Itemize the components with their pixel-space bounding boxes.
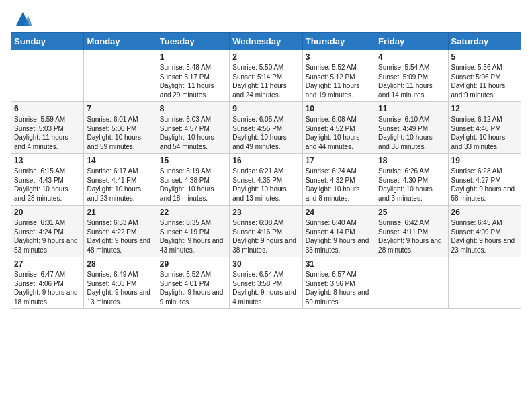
day-info: Sunrise: 6:35 AM Sunset: 4:19 PM Dayligh…: [160, 218, 226, 255]
day-info: Sunrise: 6:54 AM Sunset: 3:58 PM Dayligh…: [232, 270, 299, 306]
week-row-1: 1Sunrise: 5:48 AM Sunset: 5:17 PM Daylig…: [11, 50, 521, 102]
calendar-cell: 5Sunrise: 5:56 AM Sunset: 5:06 PM Daylig…: [448, 50, 521, 102]
calendar-cell: 13Sunrise: 6:15 AM Sunset: 4:43 PM Dayli…: [11, 154, 84, 205]
calendar-cell: 12Sunrise: 6:12 AM Sunset: 4:46 PM Dayli…: [448, 102, 521, 154]
day-info: Sunrise: 5:50 AM Sunset: 5:14 PM Dayligh…: [232, 63, 299, 99]
calendar-cell: 8Sunrise: 6:03 AM Sunset: 4:57 PM Daylig…: [157, 102, 229, 154]
logo-icon: [13, 9, 32, 28]
day-number: 24: [306, 208, 372, 217]
calendar-cell: 16Sunrise: 6:21 AM Sunset: 4:35 PM Dayli…: [230, 154, 302, 205]
day-number: 1: [160, 52, 226, 62]
day-number: 31: [306, 259, 372, 269]
calendar-cell: 15Sunrise: 6:19 AM Sunset: 4:38 PM Dayli…: [157, 154, 229, 205]
day-number: 11: [378, 104, 445, 113]
day-number: 21: [87, 208, 153, 217]
page: SundayMondayTuesdayWednesdayThursdayFrid…: [0, 0, 532, 411]
calendar-cell: 3Sunrise: 5:52 AM Sunset: 5:12 PM Daylig…: [302, 50, 375, 102]
day-info: Sunrise: 6:15 AM Sunset: 4:43 PM Dayligh…: [14, 167, 81, 203]
day-info: Sunrise: 6:17 AM Sunset: 4:41 PM Dayligh…: [87, 167, 153, 203]
calendar-cell: [84, 50, 157, 102]
calendar-cell: 11Sunrise: 6:10 AM Sunset: 4:49 PM Dayli…: [375, 102, 448, 154]
calendar-cell: 31Sunrise: 6:57 AM Sunset: 3:56 PM Dayli…: [302, 257, 375, 309]
calendar-cell: 29Sunrise: 6:52 AM Sunset: 4:01 PM Dayli…: [157, 257, 229, 309]
day-number: 22: [160, 208, 226, 217]
calendar-cell: 4Sunrise: 5:54 AM Sunset: 5:09 PM Daylig…: [375, 50, 448, 102]
day-info: Sunrise: 6:10 AM Sunset: 4:49 PM Dayligh…: [378, 115, 445, 151]
logo: [11, 9, 32, 28]
day-number: 5: [451, 52, 518, 62]
day-number: 20: [14, 208, 81, 217]
calendar-table: SundayMondayTuesdayWednesdayThursdayFrid…: [11, 32, 521, 309]
calendar-cell: [448, 257, 521, 309]
calendar-cell: 9Sunrise: 6:05 AM Sunset: 4:55 PM Daylig…: [230, 102, 302, 154]
day-number: 17: [306, 156, 372, 165]
calendar-cell: 10Sunrise: 6:08 AM Sunset: 4:52 PM Dayli…: [302, 102, 375, 154]
day-info: Sunrise: 6:24 AM Sunset: 4:32 PM Dayligh…: [306, 167, 372, 203]
calendar-cell: 1Sunrise: 5:48 AM Sunset: 5:17 PM Daylig…: [157, 50, 229, 102]
day-number: 27: [14, 259, 81, 269]
calendar-cell: 23Sunrise: 6:38 AM Sunset: 4:16 PM Dayli…: [230, 205, 302, 257]
header: [11, 7, 521, 28]
weekday-header-monday: Monday: [84, 33, 157, 50]
calendar-cell: 26Sunrise: 6:45 AM Sunset: 4:09 PM Dayli…: [448, 205, 521, 257]
day-number: 13: [14, 156, 81, 165]
day-info: Sunrise: 6:01 AM Sunset: 5:00 PM Dayligh…: [87, 115, 153, 151]
day-info: Sunrise: 6:28 AM Sunset: 4:27 PM Dayligh…: [451, 167, 518, 203]
day-info: Sunrise: 5:54 AM Sunset: 5:09 PM Dayligh…: [378, 63, 445, 99]
calendar-cell: 24Sunrise: 6:40 AM Sunset: 4:14 PM Dayli…: [302, 205, 375, 257]
day-number: 16: [232, 156, 299, 165]
week-row-2: 6Sunrise: 5:59 AM Sunset: 5:03 PM Daylig…: [11, 102, 521, 154]
day-info: Sunrise: 6:26 AM Sunset: 4:30 PM Dayligh…: [378, 167, 445, 203]
calendar-cell: 27Sunrise: 6:47 AM Sunset: 4:06 PM Dayli…: [11, 257, 84, 309]
calendar-cell: 14Sunrise: 6:17 AM Sunset: 4:41 PM Dayli…: [84, 154, 157, 205]
day-number: 15: [160, 156, 226, 165]
day-number: 30: [232, 259, 299, 269]
day-number: 26: [451, 208, 518, 217]
calendar-cell: 28Sunrise: 6:49 AM Sunset: 4:03 PM Dayli…: [84, 257, 157, 309]
day-number: 7: [87, 104, 153, 113]
day-info: Sunrise: 6:42 AM Sunset: 4:11 PM Dayligh…: [378, 218, 445, 255]
calendar-cell: 6Sunrise: 5:59 AM Sunset: 5:03 PM Daylig…: [11, 102, 84, 154]
day-number: 19: [451, 156, 518, 165]
day-number: 12: [451, 104, 518, 113]
day-number: 18: [378, 156, 445, 165]
day-number: 25: [378, 208, 445, 217]
day-info: Sunrise: 5:59 AM Sunset: 5:03 PM Dayligh…: [14, 115, 81, 151]
calendar-cell: 22Sunrise: 6:35 AM Sunset: 4:19 PM Dayli…: [157, 205, 229, 257]
day-info: Sunrise: 6:33 AM Sunset: 4:22 PM Dayligh…: [87, 218, 153, 255]
day-info: Sunrise: 6:19 AM Sunset: 4:38 PM Dayligh…: [160, 167, 226, 203]
calendar-cell: 20Sunrise: 6:31 AM Sunset: 4:24 PM Dayli…: [11, 205, 84, 257]
week-row-4: 20Sunrise: 6:31 AM Sunset: 4:24 PM Dayli…: [11, 205, 521, 257]
weekday-header-row: SundayMondayTuesdayWednesdayThursdayFrid…: [11, 33, 521, 50]
day-info: Sunrise: 6:52 AM Sunset: 4:01 PM Dayligh…: [160, 270, 226, 306]
day-number: 23: [232, 208, 299, 217]
day-info: Sunrise: 6:45 AM Sunset: 4:09 PM Dayligh…: [451, 218, 518, 255]
day-info: Sunrise: 6:57 AM Sunset: 3:56 PM Dayligh…: [306, 270, 372, 306]
day-info: Sunrise: 5:48 AM Sunset: 5:17 PM Dayligh…: [160, 63, 226, 99]
calendar-cell: 7Sunrise: 6:01 AM Sunset: 5:00 PM Daylig…: [84, 102, 157, 154]
calendar-cell: 17Sunrise: 6:24 AM Sunset: 4:32 PM Dayli…: [302, 154, 375, 205]
day-number: 4: [378, 52, 445, 62]
calendar-cell: [375, 257, 448, 309]
day-info: Sunrise: 6:05 AM Sunset: 4:55 PM Dayligh…: [232, 115, 299, 151]
weekday-header-sunday: Sunday: [11, 33, 84, 50]
day-number: 29: [160, 259, 226, 269]
day-number: 10: [306, 104, 372, 113]
day-info: Sunrise: 6:21 AM Sunset: 4:35 PM Dayligh…: [232, 167, 299, 203]
weekday-header-tuesday: Tuesday: [157, 33, 229, 50]
week-row-3: 13Sunrise: 6:15 AM Sunset: 4:43 PM Dayli…: [11, 154, 521, 205]
calendar-cell: 21Sunrise: 6:33 AM Sunset: 4:22 PM Dayli…: [84, 205, 157, 257]
calendar-cell: 18Sunrise: 6:26 AM Sunset: 4:30 PM Dayli…: [375, 154, 448, 205]
day-number: 2: [232, 52, 299, 62]
day-info: Sunrise: 6:38 AM Sunset: 4:16 PM Dayligh…: [232, 218, 299, 255]
day-info: Sunrise: 6:03 AM Sunset: 4:57 PM Dayligh…: [160, 115, 226, 151]
week-row-5: 27Sunrise: 6:47 AM Sunset: 4:06 PM Dayli…: [11, 257, 521, 309]
calendar-cell: 25Sunrise: 6:42 AM Sunset: 4:11 PM Dayli…: [375, 205, 448, 257]
calendar-cell: 30Sunrise: 6:54 AM Sunset: 3:58 PM Dayli…: [230, 257, 302, 309]
day-info: Sunrise: 6:40 AM Sunset: 4:14 PM Dayligh…: [306, 218, 372, 255]
day-info: Sunrise: 6:12 AM Sunset: 4:46 PM Dayligh…: [451, 115, 518, 151]
calendar-cell: 2Sunrise: 5:50 AM Sunset: 5:14 PM Daylig…: [230, 50, 302, 102]
weekday-header-saturday: Saturday: [448, 33, 521, 50]
day-number: 8: [160, 104, 226, 113]
weekday-header-friday: Friday: [375, 33, 448, 50]
